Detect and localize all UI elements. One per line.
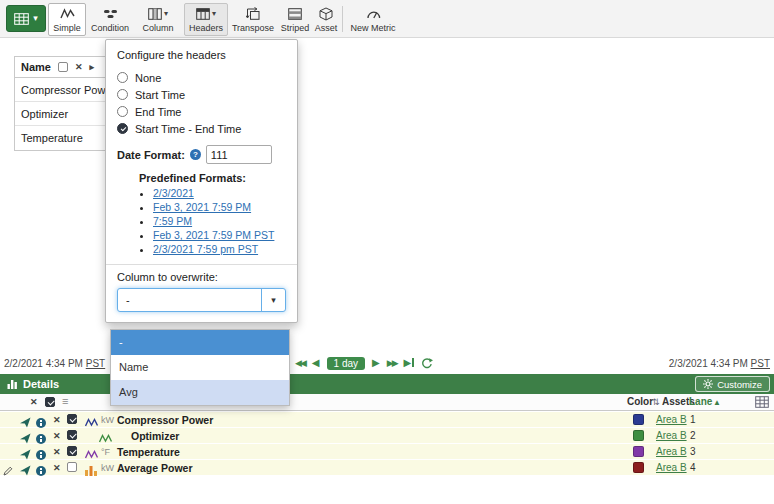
select-option-dash[interactable]: - [111, 330, 289, 355]
info-icon[interactable] [36, 466, 46, 476]
date-format-label: Date Format: [117, 149, 185, 161]
remove-all-icon[interactable]: ✕ [30, 398, 38, 407]
toolbar-button-transpose[interactable]: Transpose [230, 3, 276, 36]
caret-right-icon[interactable]: ▸ [90, 63, 95, 72]
details-title-text: Details [23, 378, 59, 390]
manage-columns-icon[interactable] [755, 396, 769, 410]
toolbar-button-asset[interactable]: Asset [312, 3, 340, 36]
menu-icon[interactable]: ≡ [62, 395, 68, 407]
color-swatch[interactable] [633, 446, 644, 457]
radio-label: None [135, 72, 161, 84]
radio-option-start-time[interactable]: Start Time [117, 86, 286, 103]
toolbar-divider [342, 6, 343, 32]
radio-option-none[interactable]: None [117, 69, 286, 86]
chevron-down-icon[interactable]: ▾ [261, 289, 285, 311]
row-checkbox[interactable] [67, 462, 77, 472]
radio-icon[interactable] [117, 89, 128, 100]
name-column-header: Name [21, 61, 51, 73]
toolbar-button-column[interactable]: ▾ Column [134, 3, 182, 36]
radio-option-start-end-time[interactable]: Start Time - End Time [117, 120, 286, 137]
toolbar-button-new-metric[interactable]: New Metric [347, 3, 399, 36]
item-name[interactable]: Compressor Power [117, 414, 213, 426]
timezone-link[interactable]: PST [751, 358, 770, 369]
column-overwrite-select[interactable]: - ▾ [117, 288, 286, 312]
timezone-link[interactable]: PST [86, 358, 105, 369]
column-overwrite-label: Column to overwrite: [117, 271, 286, 283]
asset-link[interactable]: Area B [656, 430, 687, 441]
send-icon[interactable] [20, 462, 31, 480]
asset-link[interactable]: Area B [656, 446, 687, 457]
date-format-input[interactable] [206, 145, 272, 164]
column-icon [148, 7, 162, 20]
step-forward-icon[interactable]: ▶ [372, 356, 380, 370]
toolbar-button-headers[interactable]: ▾ Headers [184, 3, 228, 36]
remove-icon[interactable]: ✕ [53, 448, 61, 457]
color-swatch[interactable] [633, 430, 644, 441]
radio-label: End Time [135, 106, 181, 118]
column-header-color[interactable]: Color [627, 396, 653, 407]
table-view-split-button[interactable]: ▾ [6, 5, 46, 32]
radio-option-end-time[interactable]: End Time [117, 103, 286, 120]
radio-icon[interactable] [117, 106, 128, 117]
metric-gauge-icon [366, 7, 381, 20]
format-link[interactable]: Feb 3, 2021 7:59 PM [153, 201, 251, 213]
row-checkbox[interactable] [67, 430, 77, 440]
step-back-double-icon[interactable]: ◀◀ [295, 356, 305, 370]
info-icon[interactable] [36, 418, 46, 428]
sort-icon[interactable]: ⇅ [652, 397, 660, 407]
asset-cube-icon [319, 7, 333, 21]
row-checkbox[interactable] [67, 414, 77, 424]
info-icon[interactable] [36, 450, 46, 460]
radio-label: Start Time [135, 89, 185, 101]
step-forward-double-icon[interactable]: ▶▶ [387, 356, 397, 370]
sort-asc-icon: ▲ [713, 398, 721, 407]
select-option-avg[interactable]: Avg [111, 380, 289, 405]
step-to-end-icon[interactable]: ▶ [404, 356, 415, 370]
color-swatch[interactable] [633, 414, 644, 425]
row-checkbox[interactable] [67, 446, 77, 456]
toolbar-button-striped[interactable]: Striped [278, 3, 312, 36]
format-link[interactable]: Feb 3, 2021 7:59 PM PST [153, 229, 274, 241]
customize-button[interactable]: Customize [695, 376, 770, 392]
asset-link[interactable]: Area B [656, 414, 687, 425]
item-name[interactable]: Average Power [117, 462, 192, 474]
format-link[interactable]: 2/3/2021 7:59 pm PST [153, 243, 258, 255]
select-all-checkbox[interactable] [45, 397, 55, 407]
remove-icon[interactable]: ✕ [53, 432, 61, 441]
info-icon[interactable] [36, 434, 46, 444]
remove-icon[interactable]: ✕ [53, 416, 61, 425]
details-row: ✕ °F Temperature Area B 3 [0, 444, 774, 459]
bar-chart-icon [7, 379, 18, 389]
gear-icon [703, 379, 713, 389]
toolbar-button-label: Column [142, 23, 173, 33]
item-name[interactable]: Temperature [117, 446, 180, 458]
step-back-icon[interactable]: ◀ [312, 356, 320, 370]
toolbar-button-simple[interactable]: Simple [48, 3, 86, 36]
details-row: ✕ kW Average Power Area B 4 [0, 460, 774, 475]
asset-link[interactable]: Area B [656, 462, 687, 473]
toolbar-button-condition[interactable]: Condition [88, 3, 132, 36]
column-header-lane[interactable]: Lane [689, 396, 712, 407]
format-link[interactable]: 7:59 PM [153, 215, 192, 227]
remove-icon[interactable]: ✕ [53, 464, 61, 473]
unit-label: kW [101, 415, 114, 425]
radio-label: Start Time - End Time [135, 123, 241, 135]
help-icon[interactable]: ? [190, 149, 201, 160]
lane-value: 3 [690, 446, 696, 457]
refresh-icon[interactable] [421, 358, 433, 369]
header-checkbox[interactable] [58, 62, 68, 72]
edit-pencil-icon[interactable] [3, 462, 13, 480]
select-option-name[interactable]: Name [111, 355, 289, 380]
radio-icon-checked[interactable] [117, 123, 128, 134]
remove-column-icon[interactable]: ✕ [75, 63, 83, 72]
chevron-down-icon: ▾ [33, 14, 38, 23]
toolbar-button-label: Asset [315, 23, 338, 33]
lane-value: 2 [690, 430, 696, 441]
radio-icon[interactable] [117, 72, 128, 83]
histogram-icon [85, 462, 97, 480]
color-swatch[interactable] [633, 462, 644, 473]
format-link[interactable]: 2/3/2021 [153, 187, 194, 199]
chevron-down-icon: ▾ [212, 7, 216, 20]
item-name[interactable]: Optimizer [131, 430, 179, 442]
duration-button[interactable]: 1 day [327, 357, 365, 370]
